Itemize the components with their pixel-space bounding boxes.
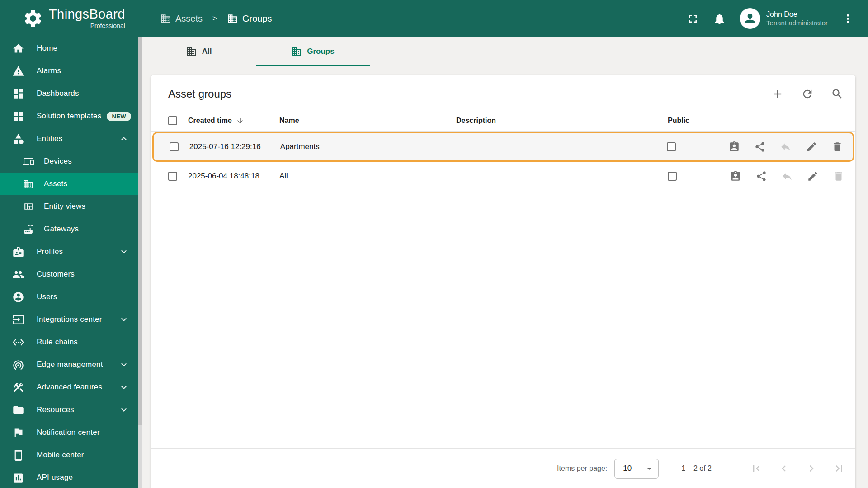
table-row-all[interactable]: 2025-06-04 18:48:18 All <box>151 162 855 191</box>
make-private-icon <box>781 170 793 182</box>
flag-icon <box>12 427 24 439</box>
tab-all[interactable]: All <box>142 37 256 66</box>
row-checkbox[interactable] <box>168 172 177 181</box>
assets-building-icon <box>160 13 171 24</box>
delete-button[interactable] <box>831 141 843 153</box>
sidebar-item-home[interactable]: Home <box>0 37 142 60</box>
group-users-button[interactable] <box>730 170 741 182</box>
share-button[interactable] <box>754 141 766 153</box>
sidebar-item-dashboards[interactable]: Dashboards <box>0 82 142 105</box>
wifi-tethering-icon <box>12 359 24 371</box>
router-icon <box>23 224 34 235</box>
table-header-row: Created time Name Description Public <box>151 109 855 132</box>
share-button[interactable] <box>755 170 767 182</box>
sidebar-item-label: Alarms <box>37 66 61 75</box>
tab-bar: All Groups <box>142 37 868 66</box>
items-per-page-select[interactable]: 10 <box>614 459 659 479</box>
breadcrumb: Assets > Groups <box>160 13 272 24</box>
sidebar-item-entities[interactable]: Entities <box>0 127 142 150</box>
edit-button[interactable] <box>806 141 817 153</box>
sidebar-scrollbar[interactable] <box>138 37 142 488</box>
refresh-icon <box>801 88 814 100</box>
fullscreen-button[interactable] <box>686 12 699 25</box>
dashboard-icon <box>12 88 24 100</box>
sidebar-item-assets[interactable]: Assets <box>0 173 142 195</box>
sidebar-item-resources[interactable]: Resources <box>0 399 142 421</box>
sidebar-item-label: Customers <box>37 270 75 279</box>
sidebar-item-alarms[interactable]: Alarms <box>0 60 142 82</box>
devices-icon <box>23 156 34 167</box>
cell-name: Apartments <box>280 142 320 151</box>
sidebar-item-notification-center[interactable]: Notification center <box>0 421 142 444</box>
add-group-button[interactable] <box>771 88 784 100</box>
sidebar-item-edge-management[interactable]: Edge management <box>0 353 142 376</box>
chevron-up-icon <box>118 133 129 144</box>
sidebar-item-label: Profiles <box>37 247 63 256</box>
sidebar-item-profiles[interactable]: Profiles <box>0 240 142 263</box>
cell-name: All <box>279 172 288 181</box>
avatar[interactable] <box>740 8 760 29</box>
chart-icon <box>12 472 24 484</box>
bell-icon <box>713 12 726 25</box>
next-page-icon <box>805 462 818 475</box>
chevron-down-icon <box>118 314 129 325</box>
tab-groups[interactable]: Groups <box>256 37 370 66</box>
sidebar-item-mobile-center[interactable]: Mobile center <box>0 444 142 466</box>
sidebar-item-integrations-center[interactable]: Integrations center <box>0 308 142 331</box>
sidebar-item-entity-views[interactable]: Entity views <box>0 195 142 218</box>
table-row-apartments[interactable]: 2025-07-16 12:29:16 Apartments <box>152 132 854 162</box>
sidebar-item-label: Dashboards <box>37 89 79 98</box>
search-icon <box>831 88 844 100</box>
sidebar-item-label: Advanced features <box>37 383 102 392</box>
breadcrumb-assets[interactable]: Assets <box>160 13 203 24</box>
edit-button[interactable] <box>807 170 819 182</box>
sidebar-item-label: Gateways <box>44 225 79 234</box>
sidebar-item-devices[interactable]: Devices <box>0 150 142 173</box>
sidebar-item-users[interactable]: Users <box>0 286 142 308</box>
notifications-button[interactable] <box>713 12 726 25</box>
entity-views-icon <box>23 201 34 212</box>
search-button[interactable] <box>831 88 844 100</box>
sidebar-scrollbar-thumb[interactable] <box>138 37 142 425</box>
last-page-icon <box>833 462 845 475</box>
all-tab-building-icon <box>186 46 197 57</box>
header-actions: John Doe Tenant administrator <box>673 8 868 29</box>
sidebar-item-label: Resources <box>37 405 74 414</box>
row-checkbox[interactable] <box>170 142 179 151</box>
sidebar-item-label: API usage <box>37 473 73 482</box>
sidebar-item-solution-templates[interactable]: Solution templates NEW <box>0 105 142 127</box>
sidebar-item-rule-chains[interactable]: Rule chains <box>0 331 142 353</box>
user-menu-button[interactable] <box>841 12 854 25</box>
sidebar-item-label: Solution templates <box>37 112 101 121</box>
items-per-page-value: 10 <box>623 464 632 473</box>
sidebar-item-advanced-features[interactable]: Advanced features <box>0 376 142 399</box>
sidebar-item-label: Home <box>37 44 57 53</box>
refresh-button[interactable] <box>801 88 814 100</box>
main-content: All Groups Asset groups <box>142 37 868 488</box>
column-public[interactable]: Public <box>668 117 689 125</box>
badge-icon <box>12 246 24 258</box>
app-logo[interactable]: ThingsBoard Professional <box>0 8 142 29</box>
public-checkbox[interactable] <box>667 142 676 151</box>
groups-building-icon <box>227 13 238 24</box>
make-private-icon <box>780 141 792 153</box>
first-page-icon <box>750 462 763 475</box>
delete-trash-icon <box>831 141 843 153</box>
user-name: John Doe <box>766 10 828 19</box>
sidebar-item-gateways[interactable]: Gateways <box>0 218 142 240</box>
group-users-button[interactable] <box>728 141 740 153</box>
public-checkbox[interactable] <box>668 172 677 181</box>
column-description[interactable]: Description <box>456 117 496 125</box>
previous-page-button <box>778 462 790 475</box>
select-all-checkbox[interactable] <box>168 116 177 125</box>
sidebar-item-api-usage[interactable]: API usage <box>0 466 142 488</box>
breadcrumb-groups[interactable]: Groups <box>227 13 272 24</box>
sort-descending-icon[interactable] <box>236 117 244 125</box>
tab-all-label: All <box>202 47 212 56</box>
input-icon <box>12 314 24 326</box>
tab-groups-label: Groups <box>307 47 334 56</box>
column-created-time[interactable]: Created time <box>188 117 232 125</box>
sidebar-item-label: Entities <box>37 134 62 143</box>
column-name[interactable]: Name <box>279 117 299 125</box>
sidebar-item-customers[interactable]: Customers <box>0 263 142 286</box>
